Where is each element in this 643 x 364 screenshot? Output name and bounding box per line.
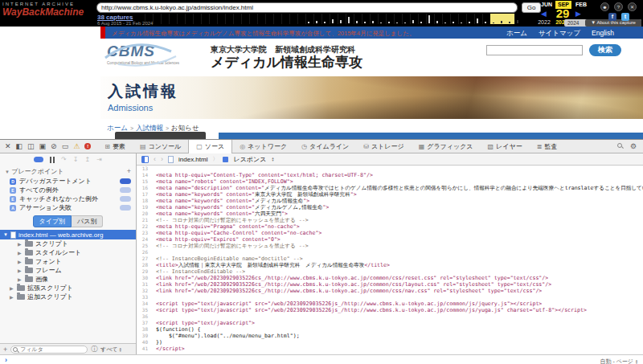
disable-icon[interactable]: ⊘ <box>51 142 57 150</box>
seg-tab[interactable]: タイプ別 <box>33 215 72 227</box>
dock-bottom-icon[interactable]: ◫ <box>27 142 35 150</box>
line-number: 29 <box>137 268 151 275</box>
breadcrumb-item[interactable]: 入試情報 <box>136 124 163 132</box>
tab-要素[interactable]: ⊞要素 <box>97 140 133 153</box>
tab-グラフィックス[interactable]: ▦グラフィックス <box>412 140 481 153</box>
tree-item[interactable]: ▶画像 <box>0 275 136 284</box>
tab-icon: ▤ <box>140 143 146 150</box>
breakpoint-row[interactable]: Dデバッガステートメント <box>0 177 136 186</box>
tree-item[interactable]: ▶スクリプト <box>0 239 136 248</box>
cbms-logo[interactable]: CBMS Computational Biology and Medical S… <box>107 43 202 65</box>
source-code-viewport[interactable]: 1314<meta http-equiv="Content-Type" cont… <box>137 166 643 354</box>
code-line: 25<!-- コロナ対策の間だけ暫定的にキャッシュを禁止する --> <box>137 243 643 249</box>
site-nav-link[interactable]: サイトマップ <box>539 29 580 39</box>
code-text <box>151 166 156 172</box>
line-number: 13 <box>137 166 151 172</box>
code-text: <meta name="keywords" content="六四天安門"> <box>151 211 288 217</box>
next-capture-icon[interactable]: ▶ <box>575 10 581 18</box>
tab-レイヤー[interactable]: ▧レイヤー <box>481 140 530 153</box>
step-next-icon[interactable]: ⇥ <box>96 156 102 163</box>
wayback-logo[interactable]: INTERNET ARCHIVE WayBackMachine <box>2 2 92 18</box>
add-icon[interactable]: + <box>3 346 7 354</box>
content-heading-bar <box>219 133 643 139</box>
tab-ストレージ[interactable]: ⛁ストレージ <box>356 140 411 153</box>
capture-bar <box>412 20 414 23</box>
capture-bar <box>340 20 342 23</box>
warnings-icon[interactable]: ⚠ <box>73 142 80 150</box>
dock-side-icon[interactable]: ◧ <box>16 142 23 150</box>
help-icon[interactable]: ? <box>614 2 623 11</box>
breakpoint-toggle[interactable] <box>120 196 131 202</box>
scope-selector[interactable]: すべて ▲▼ <box>100 346 121 354</box>
search-icon[interactable] <box>617 143 624 149</box>
resource-tree-root[interactable]: ▼ index.html — web.archive.org <box>0 230 136 239</box>
capture-year[interactable]: 2022 <box>535 19 553 25</box>
tree-item[interactable]: ▶スタイルシート <box>0 248 136 257</box>
breakpoints-section-header[interactable]: ▼ ブレークポイント + <box>0 166 136 177</box>
add-breakpoint-icon[interactable]: + <box>127 167 131 176</box>
wayback-toolbar: INTERNET ARCHIVE WayBackMachine Go 38 ca… <box>0 0 643 27</box>
seg-tab[interactable]: パス別 <box>72 215 103 227</box>
code-text: <script type="text/javascript" src="/web… <box>151 301 542 307</box>
captures-link[interactable]: 38 captures <box>97 14 133 21</box>
tab-コンソール[interactable]: ▤コンソール <box>133 140 188 153</box>
back-icon[interactable]: ‹ <box>154 155 156 163</box>
breakpoint-label: デバッガステートメント <box>19 177 117 186</box>
previous-capture-icon[interactable]: ◀ <box>541 10 547 18</box>
breakpoint-toggle[interactable] <box>120 205 131 211</box>
source-file-name[interactable]: index.html <box>178 156 207 163</box>
filter-input[interactable] <box>10 346 88 354</box>
account-icon[interactable]: ☻ <box>600 2 609 11</box>
quick-console[interactable]: › 自動 - ページ ▲▼ <box>0 354 643 364</box>
close-toolbar-icon[interactable]: ✕ <box>628 2 637 11</box>
tree-item[interactable]: ▶フォント <box>0 257 136 266</box>
code-line: 34<script type="text/javascript" src="/w… <box>137 301 643 307</box>
breakpoints-toggle-icon[interactable] <box>34 157 43 162</box>
site-search-input[interactable] <box>486 45 583 55</box>
forward-icon[interactable]: › <box>161 155 163 163</box>
sidebar-toggle-icon[interactable] <box>141 156 149 163</box>
breakpoint-toggle[interactable] <box>120 178 131 184</box>
capture-timeline-sparkline[interactable] <box>145 14 521 24</box>
chevron-updown-icon: ▲▼ <box>271 157 274 162</box>
breakpoint-type-icon: D <box>10 178 16 185</box>
tab-ネットワーク[interactable]: ◎ネットワーク <box>232 140 294 153</box>
close-icon[interactable]: ✕ <box>5 142 11 150</box>
archive-url-input[interactable] <box>96 2 518 13</box>
line-number: 24 <box>137 236 151 243</box>
execution-context-selector[interactable]: 自動 - ページ ▲▼ <box>600 358 638 364</box>
tree-item[interactable]: ▶追加スクリプト <box>0 292 136 301</box>
tab-監査[interactable]: ≣監査 <box>530 140 565 153</box>
tree-item[interactable]: ▶フレーム <box>0 266 136 275</box>
breakpoint-row[interactable]: Aアサーション失敗 <box>0 203 136 212</box>
site-nav-link[interactable]: ホーム <box>506 29 527 39</box>
tab-タイムライン[interactable]: ◷タイムライン <box>294 140 356 153</box>
code-line: 22<meta http-equiv="Pragma" content="no-… <box>137 223 643 230</box>
tree-item[interactable]: ▶拡張スクリプト <box>0 284 136 292</box>
about-capture-bar[interactable]: 2024 ▼ About this capture <box>564 19 641 27</box>
detach-window-icon[interactable]: ▣ <box>39 142 47 150</box>
step-over-icon[interactable]: ↷ <box>61 156 67 163</box>
site-search-button[interactable]: 検索 <box>589 44 621 56</box>
breakpoint-toggle[interactable] <box>120 187 131 193</box>
pause-icon[interactable] <box>50 157 55 163</box>
device-icon[interactable]: ▭ <box>62 142 69 150</box>
step-out-icon[interactable]: ↥ <box>85 156 91 163</box>
errors-icon[interactable]: ! <box>84 143 91 149</box>
line-number: 33 <box>137 294 151 301</box>
admissions-banner: 入試情報 Admissions <box>100 76 643 119</box>
gear-icon[interactable]: ⚙ <box>630 142 637 150</box>
tab-ソース[interactable]: ▢ソース <box>188 140 232 153</box>
response-view-selector[interactable]: レスポンス <box>233 155 266 164</box>
site-nav-link[interactable]: English <box>592 29 614 39</box>
breadcrumb-item[interactable]: ホーム <box>107 124 128 132</box>
twitter-share-icon[interactable]: t <box>621 13 629 21</box>
code-text <box>151 249 156 256</box>
line-number: 36 <box>137 313 151 320</box>
step-into-icon[interactable]: ↧ <box>73 156 79 163</box>
info-icon[interactable]: ⓘ <box>91 345 97 354</box>
facebook-share-icon[interactable]: f <box>608 13 616 21</box>
breakpoint-row[interactable]: Eすべての例外 <box>0 186 136 194</box>
capture-bar <box>453 22 454 23</box>
breakpoint-row[interactable]: Eキャッチされなかった例外 <box>0 194 136 203</box>
